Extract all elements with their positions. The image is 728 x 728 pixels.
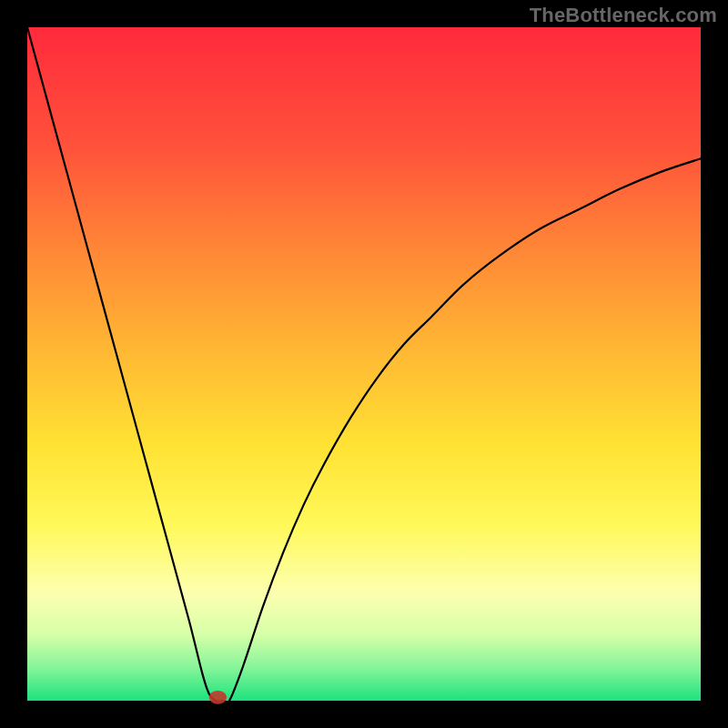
- minimum-marker: [209, 691, 227, 704]
- bottleneck-curve: [27, 27, 701, 703]
- plot-area: [27, 27, 701, 701]
- chart-frame: TheBottleneck.com: [0, 0, 728, 728]
- plot-svg: [27, 27, 701, 701]
- watermark-text: TheBottleneck.com: [530, 4, 717, 27]
